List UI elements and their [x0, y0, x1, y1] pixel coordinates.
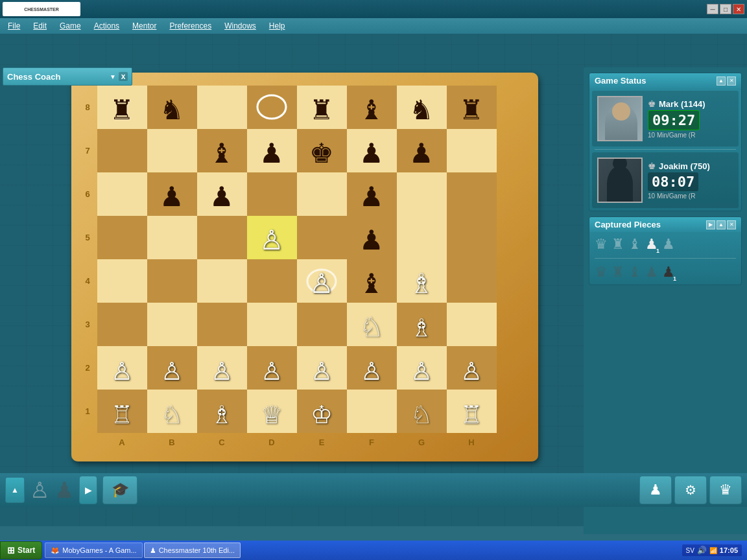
svg-text:♙: ♙ [309, 268, 334, 299]
titlebar: CHESSMASTER ─ □ ✕ [0, 0, 747, 18]
firefox-icon: 🦊 [51, 546, 60, 555]
chess-coach-close[interactable]: x [119, 72, 128, 81]
svg-text:♖: ♖ [111, 401, 133, 428]
svg-text:B: B [169, 438, 174, 447]
svg-rect-43 [97, 303, 147, 346]
bottom-black-pawn: ♟ [54, 477, 74, 503]
svg-rect-32 [397, 216, 447, 259]
svg-rect-42 [447, 259, 497, 303]
bottom-pieces: ♙ ♟ [30, 477, 74, 503]
svg-text:6: 6 [85, 189, 89, 199]
chess-coach-toolbar: Chess Coach ▼ x [3, 67, 132, 86]
bottom-white-pawn: ♙ [30, 477, 49, 503]
svg-text:♜: ♜ [110, 95, 134, 125]
nav-up-button[interactable]: ▲ [5, 477, 25, 503]
menu-actions[interactable]: Actions [88, 20, 126, 32]
menu-game[interactable]: Game [53, 20, 88, 32]
captured-black-bishop: ♝ [628, 264, 641, 281]
menu-mentor[interactable]: Mentor [126, 20, 163, 32]
svg-text:♗: ♗ [409, 268, 434, 299]
svg-text:♙: ♙ [161, 358, 183, 385]
svg-text:H: H [468, 438, 474, 447]
captured-controls: ▶ ▲ ✕ [706, 220, 736, 229]
captured-close-btn[interactable]: ✕ [727, 220, 736, 229]
piece-selector-button[interactable]: ♟ [639, 476, 672, 504]
black-captured-row: ♛ ♜ ♝ ♟ ♟ 1 [589, 260, 741, 285]
svg-rect-25 [97, 216, 147, 259]
svg-rect-47 [297, 303, 347, 346]
chess-coach-dropdown[interactable]: ▼ [110, 73, 116, 80]
menu-windows[interactable]: Windows [218, 20, 263, 32]
logo-text: CHESSMASTER [23, 6, 60, 12]
player1-timecontrol: 10 Min/Game (R [648, 132, 733, 139]
svg-text:♟: ♟ [359, 138, 384, 169]
svg-text:♟: ♟ [259, 138, 284, 169]
bottom-right-buttons: ♟ ⚙ ♛ [639, 476, 742, 504]
right-panel: Game Status ▲ ✕ ♚ Mark (1144) 09:27 [584, 67, 747, 534]
menu-help[interactable]: Help [263, 20, 292, 32]
captured-white-pawn2: ♟ [662, 236, 675, 253]
svg-text:♝: ♝ [359, 95, 384, 125]
svg-text:♟: ♟ [359, 181, 384, 212]
svg-text:♟: ♟ [409, 138, 434, 169]
taskbar-item-0-label: MobyGames - A Gam... [62, 546, 136, 554]
player2-avatar [597, 158, 643, 203]
svg-text:♘: ♘ [359, 312, 384, 342]
player1-avatar [597, 96, 643, 141]
close-button[interactable]: ✕ [733, 4, 744, 14]
svg-text:♙: ♙ [361, 358, 383, 385]
svg-text:8: 8 [85, 102, 89, 112]
restore-button[interactable]: □ [720, 4, 731, 14]
player1-card: ♚ Mark (1144) 09:27 10 Min/Game (R [592, 91, 739, 146]
silhouette-head [613, 158, 627, 170]
svg-rect-34 [97, 259, 147, 303]
svg-text:♙: ♙ [460, 358, 482, 385]
game-status-arrow-btn[interactable]: ▲ [717, 76, 726, 86]
taskbar: ⊞ Start 🦊 MobyGames - A Gam... ♟ Chessma… [0, 541, 747, 560]
svg-text:A: A [119, 438, 125, 447]
svg-text:♙: ♙ [259, 225, 284, 255]
svg-text:♔: ♔ [311, 401, 333, 428]
player1-photo [599, 97, 643, 141]
svg-rect-9 [97, 129, 147, 172]
taskbar-item-0[interactable]: 🦊 MobyGames - A Gam... [45, 542, 142, 558]
svg-text:C: C [219, 438, 225, 447]
white-captured-row: ♛ ♜ ♝ ♟ 1 ♟ [589, 232, 741, 257]
captured-white-bishop: ♝ [628, 236, 641, 253]
taskbar-items: 🦊 MobyGames - A Gam... ♟ Chessmaster 10t… [42, 542, 676, 558]
svg-rect-20 [247, 172, 297, 216]
start-label: Start [18, 546, 35, 555]
svg-text:D: D [268, 438, 274, 447]
player1-info: ♚ Mark (1144) 09:27 10 Min/Game (R [648, 99, 733, 139]
svg-rect-17 [97, 172, 147, 216]
svg-text:G: G [418, 438, 425, 447]
game-status-close-btn[interactable]: ✕ [727, 76, 736, 86]
settings-button[interactable]: ⚙ [674, 476, 707, 504]
svg-text:♙: ♙ [211, 358, 233, 385]
taskbar-item-1[interactable]: ♟ Chessmaster 10th Edi... [144, 542, 241, 558]
menu-preferences[interactable]: Preferences [163, 20, 218, 32]
menu-edit[interactable]: Edit [27, 20, 53, 32]
captured-black-pawn1: ♟ [645, 264, 658, 281]
windows-icon: ⊞ [7, 545, 15, 555]
svg-rect-27 [197, 216, 247, 259]
svg-text:♟: ♟ [359, 225, 384, 255]
captured-header: Captured Pieces ▶ ▲ ✕ [589, 217, 741, 232]
svg-rect-38 [247, 259, 297, 303]
sys-tray-sv: SV [686, 547, 694, 554]
captured-black-pawn2-wrap: ♟ 1 [662, 264, 675, 281]
mentor-button[interactable]: ♛ [709, 476, 742, 504]
svg-rect-3 [197, 86, 247, 129]
coach-button[interactable]: 🎓 [102, 476, 137, 504]
nav-right-button[interactable]: ▶ [79, 476, 97, 504]
captured-nav-btn[interactable]: ▶ [706, 220, 715, 229]
captured-black-queen: ♛ [595, 264, 608, 281]
svg-text:♞: ♞ [160, 95, 184, 125]
menu-file[interactable]: File [1, 20, 27, 32]
start-button[interactable]: ⊞ Start [0, 541, 42, 559]
svg-text:3: 3 [85, 320, 89, 329]
svg-rect-44 [147, 303, 197, 346]
captured-up-btn[interactable]: ▲ [717, 220, 726, 229]
minimize-button[interactable]: ─ [707, 4, 718, 14]
svg-rect-16 [447, 129, 497, 172]
